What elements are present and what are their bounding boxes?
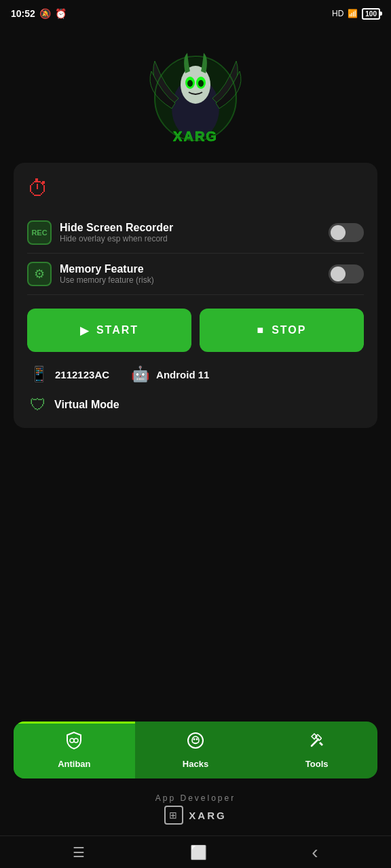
alarm-icon: ⏰ [55, 8, 67, 19]
timer-icon: ⏱ [27, 176, 49, 201]
feature-text-hsr: Hide Screen Recorder Hide overlay esp wh… [60, 222, 173, 243]
wifi-icon: 📶 [348, 9, 358, 18]
status-right: HD 📶 100 [332, 8, 380, 20]
feature-left-hsr: REC Hide Screen Recorder Hide overlay es… [27, 220, 173, 245]
timer-section: ⏱ [27, 176, 364, 201]
sys-back-icon[interactable]: ‹ [312, 842, 318, 863]
android-version-item: 🤖 Android 11 [131, 366, 209, 383]
hsr-toggle[interactable] [329, 223, 364, 242]
mf-subtitle: Use memory feature (risk) [60, 275, 154, 285]
virtual-mode-label: Virtual Mode [54, 399, 119, 411]
mf-title: Memory Feature [60, 263, 154, 275]
virtual-mode-row: 🛡 Virtual Mode [27, 395, 364, 414]
nav-antiban[interactable]: Antiban [14, 722, 135, 778]
sys-home-icon[interactable]: ⬜ [190, 844, 207, 861]
dev-logo-row: ⊞ XARG [0, 806, 391, 825]
phone-icon: 📱 [30, 366, 48, 383]
system-nav-bar: ☰ ⬜ ‹ [0, 835, 391, 868]
dev-logo-icon: ⊞ [164, 806, 183, 825]
antiban-icon [64, 731, 83, 755]
svg-point-12 [188, 733, 203, 748]
svg-text:XARG: XARG [173, 129, 218, 144]
signal-icon: HD [332, 9, 343, 18]
memory-feature-row: ⚙ Memory Feature Use memory feature (ris… [27, 254, 364, 295]
sys-menu-icon[interactable]: ☰ [73, 844, 85, 861]
hacks-icon [186, 731, 205, 755]
play-icon: ▶ [80, 324, 90, 337]
svg-point-6 [198, 80, 204, 87]
stop-label: STOP [272, 324, 306, 336]
device-id: 2112123AC [55, 369, 109, 380]
antiban-label: Antiban [58, 759, 90, 769]
nav-tools[interactable]: Tools [256, 722, 377, 778]
shield-check-icon: 🛡 [30, 395, 46, 414]
hacks-label: Hacks [183, 759, 208, 769]
tools-label: Tools [305, 759, 329, 769]
mf-toggle[interactable] [329, 264, 364, 283]
feature-left-mf: ⚙ Memory Feature Use memory feature (ris… [27, 262, 154, 286]
rec-icon: REC [27, 220, 52, 245]
logo-area: XARG [0, 27, 391, 156]
svg-point-10 [74, 738, 78, 743]
device-id-item: 📱 2112123AC [30, 366, 109, 383]
svg-point-9 [70, 738, 74, 743]
dev-name: XARG [189, 810, 226, 821]
action-buttons: ▶ START ■ STOP [27, 309, 364, 352]
status-bar: 10:52 🔕 ⏰ HD 📶 100 [0, 0, 391, 27]
main-card: ⏱ REC Hide Screen Recorder Hide overlay … [14, 163, 377, 428]
start-label: START [96, 324, 138, 336]
mute-icon: 🔕 [39, 8, 51, 19]
hsr-subtitle: Hide overlay esp when record [60, 234, 173, 243]
svg-point-5 [187, 80, 193, 87]
nav-hacks[interactable]: Hacks [135, 722, 257, 778]
app-logo: XARG [141, 41, 250, 149]
start-button[interactable]: ▶ START [27, 309, 191, 352]
tools-icon [308, 731, 327, 755]
hide-screen-recorder-row: REC Hide Screen Recorder Hide overlay es… [27, 212, 364, 254]
battery-icon: 100 [362, 8, 380, 20]
svg-point-13 [193, 738, 196, 741]
svg-point-14 [196, 738, 198, 741]
bottom-nav: Antiban Hacks Tools [14, 722, 377, 778]
memory-icon: ⚙ [27, 262, 52, 286]
hsr-title: Hide Screen Recorder [60, 222, 173, 234]
feature-text-mf: Memory Feature Use memory feature (risk) [60, 263, 154, 285]
stop-icon: ■ [257, 324, 265, 336]
android-version: Android 11 [156, 369, 209, 380]
developer-footer: App Developer ⊞ XARG [0, 785, 391, 835]
time-display: 10:52 [11, 8, 35, 19]
status-left: 10:52 🔕 ⏰ [11, 8, 67, 19]
dev-prefix: App Developer [0, 793, 391, 803]
android-icon: 🤖 [131, 366, 149, 383]
stop-button[interactable]: ■ STOP [200, 309, 364, 352]
device-info-row: 📱 2112123AC 🤖 Android 11 [27, 366, 364, 383]
